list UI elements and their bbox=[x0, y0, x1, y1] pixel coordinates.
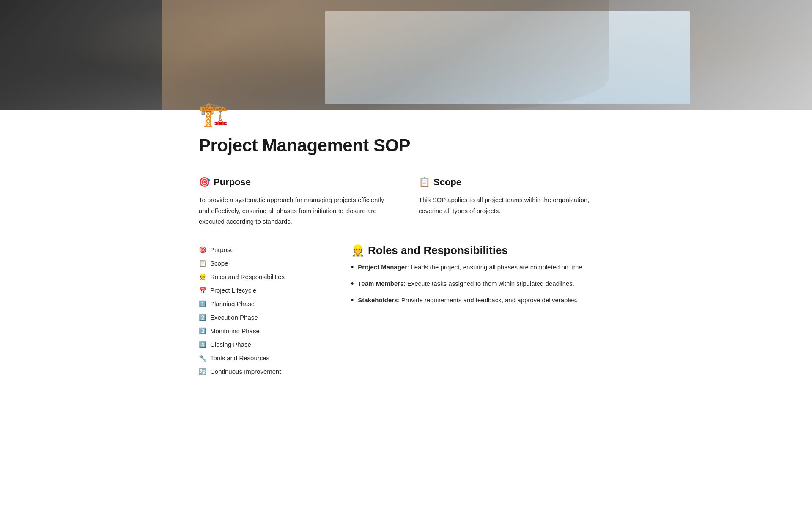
role-item: Team Members: Execute tasks assigned to … bbox=[351, 279, 613, 289]
hero-banner bbox=[0, 0, 812, 110]
toc-item-label: Continuous Improvement bbox=[210, 367, 281, 377]
toc-item-emoji: 🔧 bbox=[199, 353, 207, 363]
toc-item-emoji: 2️⃣ bbox=[199, 312, 207, 323]
role-item-text: Team Members: Execute tasks assigned to … bbox=[358, 279, 574, 289]
role-item: Project Manager: Leads the project, ensu… bbox=[351, 262, 613, 273]
page-icon: 🏗️ bbox=[199, 98, 613, 126]
role-item: Stakeholders: Provide requirements and f… bbox=[351, 295, 613, 306]
toc-item-emoji: 4️⃣ bbox=[199, 340, 207, 350]
toc-column: 🎯Purpose📋Scope👷Roles and Responsibilitie… bbox=[199, 244, 326, 378]
purpose-section: 🎯 Purpose To provide a systematic approa… bbox=[199, 175, 393, 227]
toc-item[interactable]: 1️⃣Planning Phase bbox=[199, 298, 326, 310]
toc-item-label: Closing Phase bbox=[210, 340, 251, 350]
toc-item-emoji: 📅 bbox=[199, 285, 207, 296]
toc-item[interactable]: 📋Scope bbox=[199, 258, 326, 269]
page-title: Project Management SOP bbox=[199, 131, 613, 159]
roles-list: Project Manager: Leads the project, ensu… bbox=[351, 262, 613, 306]
toc-item-emoji: 1️⃣ bbox=[199, 299, 207, 309]
toc-item-label: Planning Phase bbox=[210, 299, 255, 309]
toc-item-emoji: 📋 bbox=[199, 258, 207, 269]
toc-item-label: Execution Phase bbox=[210, 312, 258, 323]
right-column: 👷 Roles and Responsibilities Project Man… bbox=[351, 244, 613, 378]
purpose-body: To provide a systematic approach for man… bbox=[199, 195, 393, 227]
toc-item-label: Project Lifecycle bbox=[210, 285, 256, 296]
toc-item[interactable]: 👷Roles and Responsibilities bbox=[199, 271, 326, 283]
hero-hand bbox=[162, 0, 609, 110]
scope-emoji: 📋 bbox=[419, 175, 430, 189]
toc-item-label: Scope bbox=[210, 258, 228, 269]
top-sections: 🎯 Purpose To provide a systematic approa… bbox=[199, 175, 613, 227]
toc-list: 🎯Purpose📋Scope👷Roles and Responsibilitie… bbox=[199, 244, 326, 378]
toc-item[interactable]: 4️⃣Closing Phase bbox=[199, 339, 326, 351]
roles-section: 👷 Roles and Responsibilities Project Man… bbox=[351, 244, 613, 306]
scope-heading: 📋 Scope bbox=[419, 175, 613, 189]
toc-item[interactable]: 2️⃣Execution Phase bbox=[199, 312, 326, 323]
toc-item[interactable]: 🔄Continuous Improvement bbox=[199, 366, 326, 378]
roles-emoji: 👷 bbox=[351, 244, 365, 257]
toc-item-emoji: 3️⃣ bbox=[199, 326, 207, 336]
toc-item[interactable]: 🔧Tools and Resources bbox=[199, 352, 326, 364]
toc-item-label: Tools and Resources bbox=[210, 353, 269, 363]
toc-item-label: Roles and Responsibilities bbox=[210, 272, 285, 282]
role-item-text: Project Manager: Leads the project, ensu… bbox=[358, 262, 584, 272]
roles-heading: 👷 Roles and Responsibilities bbox=[351, 244, 613, 257]
role-item-text: Stakeholders: Provide requirements and f… bbox=[358, 295, 577, 305]
toc-item-emoji: 🎯 bbox=[199, 245, 207, 255]
toc-item-label: Purpose bbox=[210, 245, 234, 255]
roles-heading-text: Roles and Responsibilities bbox=[368, 244, 508, 257]
scope-heading-text: Scope bbox=[433, 175, 461, 189]
purpose-emoji: 🎯 bbox=[199, 175, 210, 189]
purpose-heading: 🎯 Purpose bbox=[199, 175, 393, 189]
page-content: 🏗️ Project Management SOP 🎯 Purpose To p… bbox=[173, 98, 639, 411]
toc-item[interactable]: 📅Project Lifecycle bbox=[199, 285, 326, 296]
scope-section: 📋 Scope This SOP applies to all project … bbox=[419, 175, 613, 227]
toc-item[interactable]: 3️⃣Monitoring Phase bbox=[199, 325, 326, 337]
toc-item-emoji: 👷 bbox=[199, 272, 207, 282]
toc-item-label: Monitoring Phase bbox=[210, 326, 260, 336]
purpose-heading-text: Purpose bbox=[214, 175, 251, 189]
scope-body: This SOP applies to all project teams wi… bbox=[419, 195, 613, 216]
toc-item-emoji: 🔄 bbox=[199, 367, 207, 377]
main-layout: 🎯Purpose📋Scope👷Roles and Responsibilitie… bbox=[199, 244, 613, 378]
toc-item[interactable]: 🎯Purpose bbox=[199, 244, 326, 256]
